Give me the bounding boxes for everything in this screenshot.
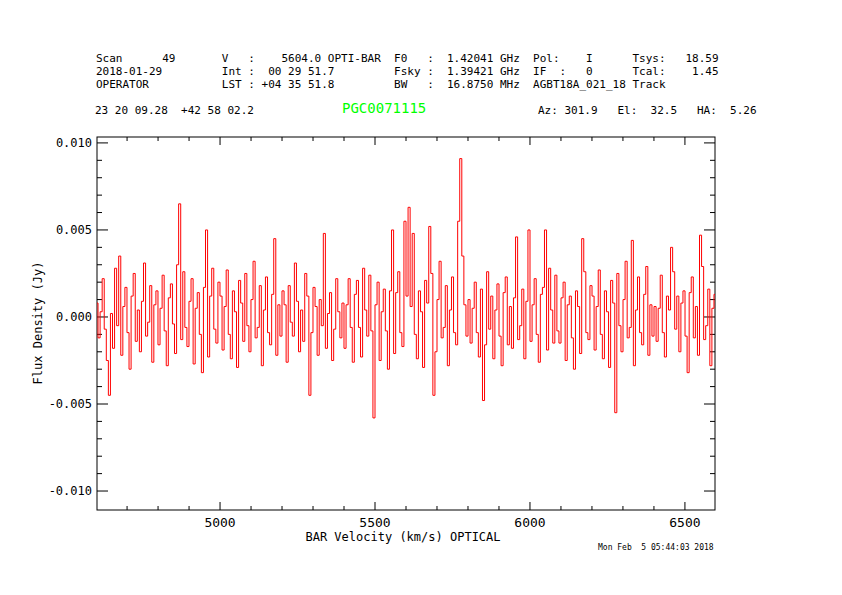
y-tick-label: -0.010 — [49, 484, 92, 498]
y-tick-label: 0.000 — [56, 310, 92, 324]
y-tick-label: 0.005 — [56, 223, 92, 237]
gbt-spectral-monitor-screen: Scan 49 V : 5604.0 OPTI-BAR F0 : 1.42041… — [0, 0, 842, 595]
x-axis-title: BAR Velocity (km/s) OPTICAL — [305, 530, 500, 544]
x-tick-label: 6000 — [514, 515, 545, 530]
plot-frame — [97, 137, 715, 510]
y-tick-label: 0.010 — [56, 136, 92, 150]
y-axis-title: Flux Density (Jy) — [31, 262, 45, 385]
x-tick-label: 5500 — [359, 515, 390, 530]
spectrum-line — [97, 159, 715, 418]
y-tick-label: -0.005 — [49, 397, 92, 411]
spectrum-plot: 5000550060006500-0.010-0.0050.0000.0050.… — [0, 0, 842, 595]
x-tick-label: 6500 — [669, 515, 700, 530]
x-tick-label: 5000 — [204, 515, 235, 530]
plot-timestamp: Mon Feb 5 05:44:03 2018 — [598, 543, 714, 552]
